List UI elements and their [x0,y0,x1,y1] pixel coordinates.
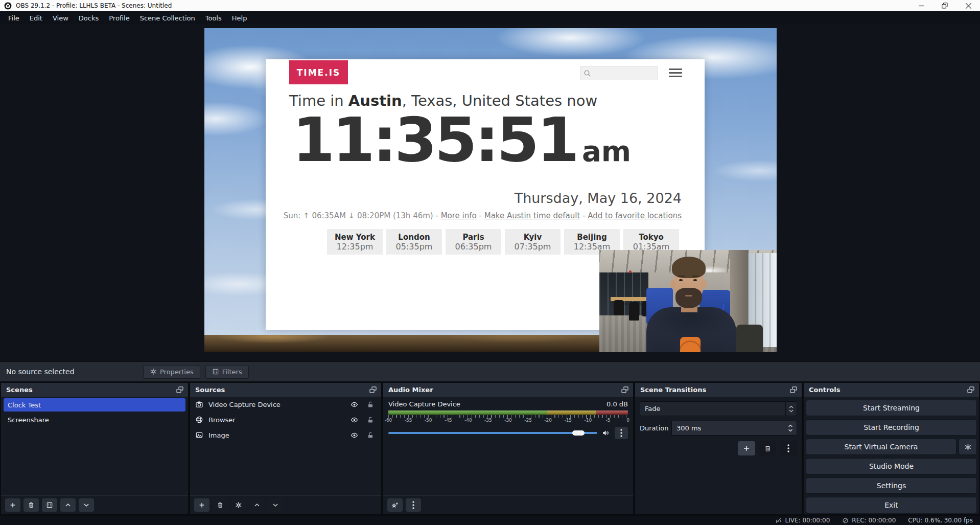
add-scene-button[interactable] [5,498,20,512]
scenes-panel: Scenes Clock Test Screenshare [1,383,188,514]
search-icon [584,70,591,77]
visibility-eye-icon[interactable] [350,431,359,439]
image-icon [195,431,203,439]
audio-mixer-header: Audio Mixer [383,383,633,397]
visibility-eye-icon[interactable] [350,416,359,424]
settings-button[interactable]: Settings [806,477,977,494]
menu-file[interactable]: File [3,14,25,22]
transitions-header: Scene Transitions [635,383,802,397]
scene-item-clock-test[interactable]: Clock Test [4,398,185,412]
clock-meridiem: am [582,134,631,168]
desk-chair [736,325,763,352]
start-virtual-camera-button[interactable]: Start Virtual Camera [806,439,956,455]
make-default-link[interactable]: Make Austin time default [484,211,580,220]
advanced-audio-button[interactable] [387,498,403,512]
popout-icon[interactable] [176,386,184,394]
menubar: File Edit View Docks Profile Scene Colle… [0,11,980,25]
move-scene-down-button[interactable] [79,498,94,512]
remove-scene-button[interactable] [24,498,39,512]
add-transition-button[interactable] [738,441,755,455]
source-properties-button[interactable] [231,498,246,512]
dock-area: Scenes Clock Test Screenshare [0,381,980,516]
controls-body: Start Streaming Start Recording Start Vi… [804,397,979,514]
scenes-list: Clock Test Screenshare [1,397,188,495]
city-kyiv[interactable]: Kyiv 07:35pm [505,229,561,255]
menu-scene-collection[interactable]: Scene Collection [135,14,200,22]
menu-docks[interactable]: Docks [74,14,104,22]
add-source-button[interactable] [194,498,209,512]
source-item-browser[interactable]: Browser [190,412,381,427]
popout-icon[interactable] [967,386,975,394]
sources-toolbar [190,495,381,514]
lock-open-icon[interactable] [367,416,374,424]
popout-icon[interactable] [621,386,629,394]
hamburger-menu-icon[interactable] [669,69,682,79]
scene-item-screenshare[interactable]: Screenshare [4,413,185,426]
start-recording-button[interactable]: Start Recording [806,419,977,436]
duration-spinbox[interactable]: 300 ms [671,421,797,436]
remove-source-button[interactable] [213,498,228,512]
more-info-link[interactable]: More info [441,211,477,220]
scene-preview[interactable]: TIME.IS Time in Austin, Texas, United St… [204,28,777,352]
menu-view[interactable]: View [48,14,74,22]
filters-button[interactable]: Filters [205,365,249,379]
person-ear [670,280,676,288]
person-beard [675,288,702,308]
city-new-york[interactable]: New York 12:35pm [327,229,383,255]
restore-button[interactable] [933,0,956,11]
visibility-eye-icon[interactable] [350,401,359,408]
mixer-toolbar [383,495,633,514]
menu-edit[interactable]: Edit [25,14,48,22]
mixer-channel-menu-button[interactable] [615,427,628,439]
remove-transition-button[interactable] [759,441,776,455]
search-input[interactable] [593,70,649,77]
move-scene-up-button[interactable] [60,498,76,512]
volume-slider[interactable] [388,428,597,438]
studio-mode-button[interactable]: Studio Mode [806,458,977,474]
mixer-menu-button[interactable] [406,498,421,512]
scenes-header: Scenes [1,383,188,397]
fire-alarm-dot [629,270,632,273]
city-paris[interactable]: Paris 06:35pm [446,229,501,255]
lock-open-icon[interactable] [367,401,374,408]
popout-icon[interactable] [369,386,377,394]
volume-meter [388,410,628,415]
city-london[interactable]: London 05:35pm [386,229,442,255]
mixer-body: Video Capture Device 0.0 dB -60 -55 -50 … [383,397,633,495]
lock-open-icon[interactable] [367,431,374,439]
move-source-up-button[interactable] [249,498,265,512]
minimize-button[interactable] [909,0,933,11]
person-eye [679,279,683,281]
volume-slider-handle[interactable] [572,430,585,436]
timeis-search-box[interactable] [580,66,658,80]
source-item-video-capture[interactable]: Video Capture Device [190,397,381,412]
controls-panel: Controls Start Streaming Start Recording… [804,383,979,514]
start-streaming-button[interactable]: Start Streaming [806,400,977,416]
office-glass-room [599,272,648,315]
transitions-body: Fade Duration 300 ms [635,397,802,514]
move-source-down-button[interactable] [268,498,283,512]
speaker-icon[interactable] [601,429,611,437]
popout-icon[interactable] [789,386,798,394]
menu-help[interactable]: Help [227,14,252,22]
exit-button[interactable]: Exit [806,497,977,513]
scene-filters-button[interactable] [42,498,57,512]
transition-menu-button[interactable] [780,441,797,455]
person-hair [672,257,706,278]
transition-select[interactable]: Fade [640,401,797,416]
live-status: LIVE: 00:00:00 [775,517,830,524]
audio-mixer-panel: Audio Mixer Video Capture Device 0.0 dB … [383,383,633,514]
timeis-logo[interactable]: TIME.IS [289,60,348,84]
properties-button[interactable]: Properties [143,365,200,379]
add-favorite-link[interactable]: Add to favorite locations [588,211,682,220]
source-item-image[interactable]: Image [190,427,381,443]
spinner-arrows-icon[interactable] [786,424,797,432]
gear-icon [150,368,157,375]
virtual-camera-settings-button[interactable] [959,439,977,455]
globe-icon [195,416,203,424]
menu-profile[interactable]: Profile [104,14,134,22]
hoodie-orange-graphic [680,337,701,352]
menu-tools[interactable]: Tools [200,14,227,22]
close-button[interactable] [956,0,980,11]
window-controls [909,0,980,11]
